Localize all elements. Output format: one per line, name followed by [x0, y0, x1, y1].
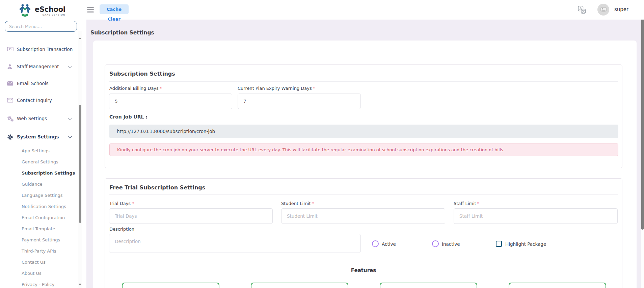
scroll-up-arrow-icon[interactable]: [79, 37, 81, 39]
sidebar-subitem-email-configuration[interactable]: Email Configuration: [22, 215, 79, 222]
sidebar-subitem-contact-us[interactable]: Contact Us: [22, 260, 79, 266]
expiry-warning-days-label: Current Plan Expiry Warning Days*: [238, 86, 315, 91]
sidebar-subitem-third-party-apis[interactable]: Third-Party APIs: [22, 248, 79, 255]
mail-open-icon: [7, 98, 14, 104]
sidebar-item-web-settings[interactable]: Web Settings: [0, 115, 83, 123]
scroll-down-arrow-icon[interactable]: [79, 284, 81, 286]
page-title: Subscription Settings: [90, 30, 154, 36]
highlight-package-checkbox[interactable]: [496, 241, 502, 247]
banknote-icon: [7, 47, 14, 53]
staff-icon: [7, 64, 14, 70]
username-label[interactable]: super: [614, 6, 628, 12]
sidebar-item-subscription-transaction[interactable]: Subscription Transaction: [0, 46, 83, 53]
top-bar: eSchool SAAS VERSION Cache Clear super: [0, 0, 644, 20]
search-input[interactable]: [5, 21, 77, 32]
trial-days-label: Trial Days*: [109, 201, 134, 206]
user-avatar[interactable]: [597, 4, 609, 16]
sidebar-subitem-privacy-policy[interactable]: Privacy - Policy: [22, 282, 79, 288]
inactive-radio-label[interactable]: Inactive: [442, 241, 460, 247]
features-heading: Features: [105, 267, 622, 273]
feature-box: [509, 283, 606, 288]
description-textarea[interactable]: [109, 234, 361, 253]
trial-days-input[interactable]: [109, 208, 273, 224]
sidebar-subitem-general-settings[interactable]: General Settings: [22, 159, 79, 166]
sidebar-item-system-settings[interactable]: System Settings: [0, 133, 83, 141]
chevron-down-icon: [68, 64, 72, 68]
sidebar-subitem-about-us[interactable]: About Us: [22, 271, 79, 278]
brand-tagline: SAAS VERSION: [35, 14, 65, 16]
card-heading: Free Trial Subscription Settings: [109, 184, 205, 191]
sidebar-subitem-notification-settings[interactable]: Notification Settings: [22, 204, 79, 211]
card-heading: Subscription Settings: [109, 71, 175, 77]
staff-limit-input[interactable]: [454, 208, 618, 224]
inactive-radio[interactable]: [432, 240, 439, 247]
chevron-down-icon: [68, 116, 72, 120]
eschool-logo-icon: [19, 3, 31, 18]
divider: [109, 81, 618, 82]
window-scrollbar-thumb[interactable]: [641, 3, 644, 230]
cron-job-url-value[interactable]: http://127.0.0.1:8000/subscription/cron-…: [109, 125, 618, 138]
chevron-down-icon: [68, 134, 72, 138]
additional-billing-days-label: Additional Billing Days*: [109, 86, 162, 91]
free-trial-settings-card: Free Trial Subscription Settings Trial D…: [105, 178, 622, 288]
feature-box: [251, 283, 348, 288]
sidebar-subitem-subscription-settings[interactable]: Subscription Settings: [22, 171, 79, 177]
sidebar: Subscription Transaction Staff Managemen…: [0, 0, 86, 288]
sidebar-item-staff-management[interactable]: Staff Management: [0, 63, 83, 71]
expiry-warning-days-input[interactable]: [238, 94, 361, 109]
brand-logo[interactable]: eSchool SAAS VERSION: [19, 3, 65, 18]
cache-clear-button[interactable]: Cache Clear: [100, 4, 129, 14]
gear-icon: [7, 134, 14, 140]
description-label: Description: [109, 227, 134, 232]
sidebar-subitem-guidance[interactable]: Guidance: [22, 182, 79, 188]
staff-limit-label: Staff Limit*: [454, 201, 479, 206]
feature-box: [380, 283, 477, 288]
highlight-package-label[interactable]: Highlight Package: [505, 241, 546, 247]
sidebar-scrollbar-thumb[interactable]: [79, 105, 81, 223]
subscription-settings-card: Subscription Settings Additional Billing…: [105, 64, 622, 168]
cron-job-url-label: Cron Job URL :: [109, 114, 147, 120]
student-limit-input[interactable]: [281, 208, 445, 224]
app-root: eSchool SAAS VERSION Cache Clear super: [0, 0, 644, 288]
cron-warning-banner: Kindly configure the cron job on your se…: [109, 143, 618, 156]
sidebar-subitem-payment-settings[interactable]: Payment Settings: [22, 237, 79, 244]
sidebar-subitem-app-settings[interactable]: App Settings: [22, 148, 79, 155]
sidebar-subitem-email-template[interactable]: Email Template: [22, 226, 79, 233]
student-limit-label: Student Limit*: [281, 201, 314, 206]
language-translate-icon[interactable]: [578, 6, 586, 14]
active-radio[interactable]: [372, 240, 379, 247]
sidebar-item-email-schools[interactable]: Email Schools: [0, 80, 83, 87]
active-radio-label[interactable]: Active: [382, 241, 396, 247]
mail-icon: [7, 81, 14, 87]
divider: [109, 194, 618, 195]
additional-billing-days-input[interactable]: [109, 94, 232, 109]
feature-box: [122, 283, 219, 288]
menu-toggle-icon[interactable]: [87, 5, 95, 14]
brand-name: eSchool: [35, 6, 65, 13]
gears-icon: [7, 116, 14, 122]
sidebar-item-contact-inquiry[interactable]: Contact Inquiry: [0, 97, 83, 104]
sidebar-subitem-language-settings[interactable]: Language Settings: [22, 193, 79, 200]
